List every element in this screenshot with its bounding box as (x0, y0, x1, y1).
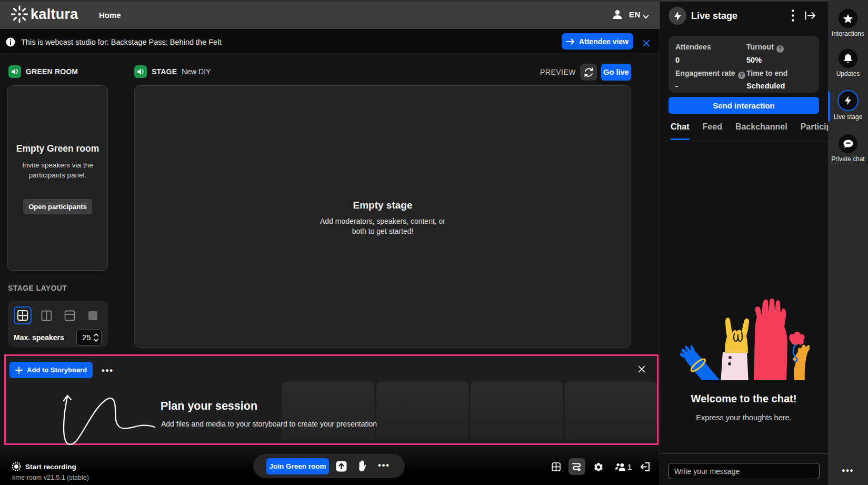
svg-text:kaltura: kaltura (31, 6, 78, 22)
